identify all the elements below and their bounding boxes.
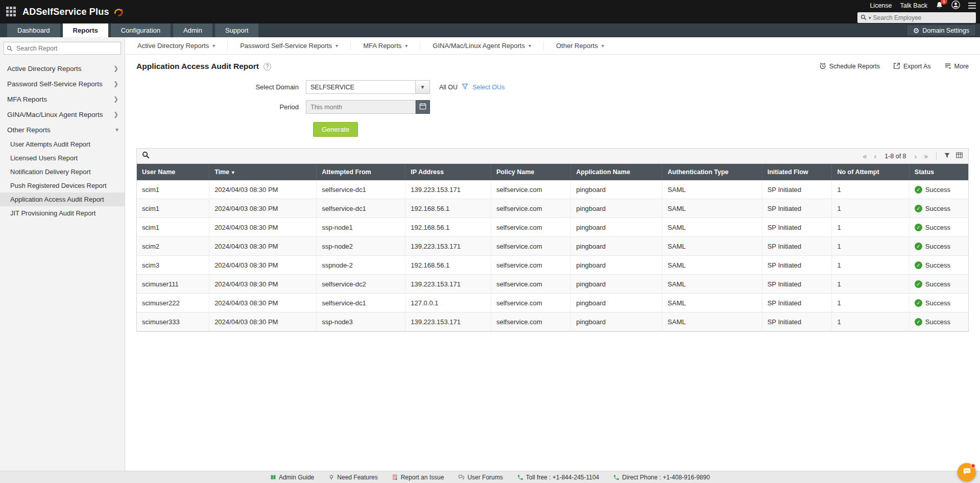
footer: Admin GuideNeed FeaturesReport an IssueU… [0, 471, 980, 483]
footer-link-admin-guide[interactable]: Admin Guide [270, 474, 314, 481]
column-header-time[interactable]: Time ▾ [209, 164, 317, 180]
tab-configuration[interactable]: Configuration [111, 23, 171, 37]
success-check-icon: ✓ [915, 318, 922, 326]
footer-link-toll-free-1-844-245-1104[interactable]: Toll free : +1-844-245-1104 [517, 474, 600, 481]
tab-support[interactable]: Support [215, 23, 259, 37]
column-header-attempted-from[interactable]: Attempted From [317, 164, 405, 180]
talkback-link[interactable]: Talk Back [900, 2, 928, 9]
calendar-button[interactable] [416, 100, 430, 114]
main-nav-tabs: DashboardReportsConfigurationAdminSuppor… [7, 23, 258, 37]
more-button[interactable]: More [944, 62, 969, 71]
sidebar-item-gina-mac-linux-agent-reports[interactable]: GINA/Mac/Linux Agent Reports❯ [0, 107, 125, 122]
domain-settings-button[interactable]: ⚙ Domain Settings [906, 25, 976, 36]
export-as-button[interactable]: Export As [893, 62, 931, 71]
help-icon[interactable]: ? [264, 63, 271, 70]
cell-attempts: 1 [832, 312, 909, 331]
cell-policy: selfservice.com [491, 180, 570, 199]
sidebar-subitem-notification-delivery-report[interactable]: Notification Delivery Report [0, 165, 125, 179]
column-chooser-icon[interactable] [955, 152, 963, 161]
table-search-icon[interactable] [142, 151, 150, 161]
sidebar-item-mfa-reports[interactable]: MFA Reports❯ [0, 91, 125, 107]
help-chat-button[interactable] [958, 463, 976, 481]
sidebar-subitem-licensed-users-report[interactable]: Licensed Users Report [0, 151, 125, 165]
column-header-authentication-type[interactable]: Authentication Type [662, 164, 762, 180]
ou-filter-icon[interactable] [462, 83, 468, 91]
cell-auth: SAML [662, 312, 762, 331]
content-area: Application Access Audit Report ? Schedu… [125, 55, 980, 471]
title-left: Application Access Audit Report ? [136, 62, 271, 71]
cell-auth: SAML [662, 256, 762, 275]
last-page-icon[interactable]: » [923, 152, 929, 160]
previous-page-icon[interactable]: ‹ [873, 152, 877, 160]
next-page-icon[interactable]: › [914, 152, 918, 160]
report-search [4, 42, 121, 55]
footer-link-need-features[interactable]: Need Features [328, 474, 377, 481]
column-header-ip-address[interactable]: IP Address [405, 164, 491, 180]
sidebar-subitem-jit-provisioning-audit-report[interactable]: JIT Provisioning Audit Report [0, 206, 125, 220]
report-menu-item-gina-mac-linux-agent-reports[interactable]: GINA/Mac/Linux Agent Reports▾ [420, 41, 544, 51]
success-check-icon: ✓ [915, 243, 922, 250]
footer-link-report-an-issue[interactable]: Report an Issue [392, 474, 444, 481]
generate-button[interactable]: Generate [313, 122, 358, 137]
tab-reports[interactable]: Reports [63, 23, 108, 37]
report-search-input[interactable] [4, 42, 121, 55]
sidebar-subitem-push-registered-devices-report[interactable]: Push Registered Devices Report [0, 179, 125, 192]
column-header-label: Time [214, 168, 229, 176]
table-row: scim12024/04/03 08:30 PMssp-node1192.168… [137, 218, 968, 237]
sidebar-item-active-directory-reports[interactable]: Active Directory Reports❯ [0, 61, 125, 76]
sidebar-item-password-self-service-reports[interactable]: Password Self-Service Reports❯ [0, 76, 125, 91]
footer-link-direct-phone-1-408-916-9890[interactable]: Direct Phone : +1-408-916-9890 [613, 474, 710, 481]
notifications-button[interactable]: 1 [936, 1, 943, 11]
employee-search[interactable]: ▾ [857, 12, 976, 23]
schedule-reports-button[interactable]: Schedule Reports [819, 62, 880, 71]
cell-attempts: 1 [832, 294, 909, 312]
cell-attempts: 1 [832, 199, 909, 218]
sidebar: Active Directory Reports❯Password Self-S… [0, 37, 125, 471]
domain-select-value[interactable]: SELFSERVICE [306, 80, 416, 94]
chevron-down-icon[interactable]: ▼ [416, 80, 430, 94]
footer-link-user-forums[interactable]: User Forums [458, 474, 503, 481]
column-header-no-of-attempt[interactable]: No of Attempt [832, 164, 909, 180]
tab-admin[interactable]: Admin [173, 23, 212, 37]
topbar-links: License Talk Back 1 [870, 1, 976, 11]
column-header-application-name[interactable]: Application Name [571, 164, 662, 180]
column-header-user-name[interactable]: User Name [137, 164, 209, 180]
status-label: Success [925, 243, 950, 250]
cell-flow: SP Initiated [762, 294, 832, 312]
first-page-icon[interactable]: « [862, 152, 868, 160]
sidebar-subitem-application-access-audit-report[interactable]: Application Access Audit Report [0, 192, 125, 206]
sidebar-subitem-user-attempts-audit-report[interactable]: User Attempts Audit Report [0, 137, 125, 151]
table-filter-icon[interactable] [944, 152, 950, 161]
domain-select[interactable]: SELFSERVICE ▼ [306, 80, 430, 94]
column-header-status[interactable]: Status [909, 164, 968, 180]
sidebar-menu: Active Directory Reports❯Password Self-S… [0, 61, 125, 220]
more-list-icon [944, 62, 951, 71]
report-menu-label: MFA Reports [363, 42, 401, 50]
license-link[interactable]: License [870, 2, 892, 9]
select-ous-link[interactable]: Select OUs [472, 84, 505, 91]
column-header-initiated-flow[interactable]: Initiated Flow [762, 164, 832, 180]
period-input[interactable] [306, 100, 416, 114]
apps-grid-icon[interactable] [6, 7, 16, 17]
tab-dashboard[interactable]: Dashboard [7, 23, 60, 37]
employee-search-input[interactable] [873, 14, 973, 21]
cell-attempts: 1 [832, 237, 909, 256]
sidebar-item-other-reports[interactable]: Other Reports▾ [0, 122, 125, 137]
report-menu-item-password-self-service-reports[interactable]: Password Self-Service Reports▾ [228, 41, 351, 51]
hamburger-menu-icon[interactable] [968, 3, 976, 9]
user-avatar[interactable] [951, 1, 960, 11]
schedule-reports-label: Schedule Reports [829, 63, 880, 70]
report-menu-item-active-directory-reports[interactable]: Active Directory Reports▾ [137, 41, 228, 51]
chevron-down-icon: ▾ [405, 43, 408, 49]
column-header-policy-name[interactable]: Policy Name [491, 164, 570, 180]
cell-policy: selfservice.com [491, 256, 570, 275]
report-menu-item-other-reports[interactable]: Other Reports▾ [544, 41, 616, 51]
table-header-row: User NameTime ▾Attempted FromIP AddressP… [137, 164, 968, 180]
status-badge: ✓Success [915, 299, 950, 307]
phone-icon [613, 474, 619, 480]
search-scope-caret-icon[interactable]: ▾ [869, 15, 871, 20]
cell-time: 2024/04/03 08:30 PM [209, 218, 317, 237]
chat-notification-dot [971, 464, 975, 468]
report-menu-item-mfa-reports[interactable]: MFA Reports▾ [351, 41, 420, 51]
cell-time: 2024/04/03 08:30 PM [209, 312, 317, 331]
